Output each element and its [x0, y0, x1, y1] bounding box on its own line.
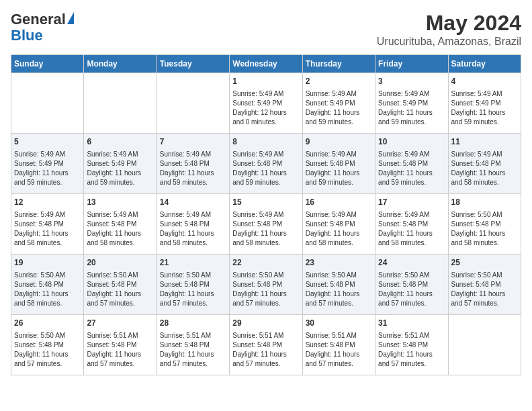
calendar-cell: 16Sunrise: 5:49 AMSunset: 5:48 PMDayligh… — [302, 194, 375, 255]
day-number: 8 — [232, 136, 299, 148]
day-info-line: Sunrise: 5:50 AM — [451, 210, 518, 220]
day-info-line: Sunrise: 5:50 AM — [451, 271, 518, 280]
day-info-line: Sunset: 5:48 PM — [160, 159, 226, 169]
day-info-line: Sunset: 5:48 PM — [232, 159, 299, 169]
day-info-line: Sunset: 5:48 PM — [14, 220, 81, 229]
calendar-cell: 21Sunrise: 5:50 AMSunset: 5:48 PMDayligh… — [157, 255, 229, 315]
day-info-line: Sunrise: 5:50 AM — [14, 331, 81, 340]
calendar-cell: 6Sunrise: 5:49 AMSunset: 5:49 PMDaylight… — [84, 134, 157, 194]
day-info-line: Sunset: 5:48 PM — [87, 280, 153, 289]
calendar-cell: 15Sunrise: 5:49 AMSunset: 5:48 PMDayligh… — [230, 194, 302, 255]
day-number: 27 — [87, 318, 153, 329]
day-number: 2 — [306, 76, 372, 87]
day-info-line: Daylight: 11 hours and 58 minutes. — [451, 169, 518, 187]
day-info-line: Daylight: 11 hours and 58 minutes. — [14, 229, 81, 248]
day-info-line: Daylight: 11 hours and 57 minutes. — [378, 350, 445, 369]
calendar-week-row: 19Sunrise: 5:50 AMSunset: 5:48 PMDayligh… — [11, 255, 521, 315]
day-number: 28 — [160, 318, 226, 329]
day-info-line: Daylight: 11 hours and 59 minutes. — [451, 108, 518, 127]
day-number: 6 — [87, 136, 153, 148]
calendar-cell: 23Sunrise: 5:50 AMSunset: 5:48 PMDayligh… — [302, 255, 375, 315]
day-info-line: Sunset: 5:48 PM — [378, 280, 445, 289]
day-number: 31 — [378, 318, 445, 329]
day-info-line: Sunset: 5:48 PM — [378, 340, 445, 350]
day-info-line: Sunset: 5:48 PM — [451, 220, 518, 229]
day-info-line: Daylight: 11 hours and 57 minutes. — [232, 289, 299, 308]
day-info-line: Daylight: 11 hours and 59 minutes. — [87, 169, 153, 187]
day-info-line: Sunrise: 5:49 AM — [378, 150, 445, 159]
day-info-line: Daylight: 11 hours and 57 minutes. — [306, 350, 372, 369]
logo-blue: Blue — [11, 27, 43, 44]
day-info-line: Sunrise: 5:49 AM — [14, 150, 81, 159]
day-number: 10 — [378, 136, 445, 148]
calendar-cell: 3Sunrise: 5:49 AMSunset: 5:49 PMDaylight… — [375, 73, 448, 134]
calendar-header-cell: Thursday — [302, 55, 375, 73]
day-info-line: Sunrise: 5:49 AM — [378, 89, 445, 99]
day-info-line: Daylight: 11 hours and 59 minutes. — [306, 169, 372, 187]
calendar-header-cell: Friday — [375, 55, 448, 73]
day-info-line: Sunset: 5:49 PM — [232, 99, 299, 108]
calendar-cell: 24Sunrise: 5:50 AMSunset: 5:48 PMDayligh… — [375, 255, 448, 315]
calendar-cell: 13Sunrise: 5:49 AMSunset: 5:48 PMDayligh… — [84, 194, 157, 255]
day-number: 5 — [14, 136, 81, 148]
day-info-line: Daylight: 11 hours and 57 minutes. — [87, 289, 153, 308]
day-info-line: Sunrise: 5:49 AM — [87, 150, 153, 159]
day-info-line: Sunrise: 5:50 AM — [378, 271, 445, 280]
calendar-cell: 30Sunrise: 5:51 AMSunset: 5:48 PMDayligh… — [302, 315, 375, 375]
day-info-line: Sunrise: 5:49 AM — [451, 89, 518, 99]
page-title: May 2024 — [377, 11, 521, 36]
day-info-line: Sunrise: 5:50 AM — [160, 271, 226, 280]
calendar-table: SundayMondayTuesdayWednesdayThursdayFrid… — [11, 54, 521, 375]
calendar-cell: 10Sunrise: 5:49 AMSunset: 5:48 PMDayligh… — [375, 134, 448, 194]
day-info-line: Sunset: 5:48 PM — [232, 280, 299, 289]
day-info-line: Sunset: 5:48 PM — [306, 280, 372, 289]
day-info-line: Sunset: 5:48 PM — [160, 280, 226, 289]
calendar-cell: 27Sunrise: 5:51 AMSunset: 5:48 PMDayligh… — [84, 315, 157, 375]
title-section: May 2024 Urucurituba, Amazonas, Brazil — [377, 11, 521, 48]
day-info-line: Daylight: 11 hours and 58 minutes. — [14, 289, 81, 308]
day-info-line: Sunrise: 5:49 AM — [160, 210, 226, 220]
calendar-cell: 20Sunrise: 5:50 AMSunset: 5:48 PMDayligh… — [84, 255, 157, 315]
day-info-line: Sunset: 5:48 PM — [232, 220, 299, 229]
day-info-line: Sunset: 5:48 PM — [451, 159, 518, 169]
calendar-cell — [84, 73, 157, 134]
calendar-header-row: SundayMondayTuesdayWednesdayThursdayFrid… — [11, 55, 521, 73]
day-number: 12 — [14, 197, 81, 208]
calendar-cell: 28Sunrise: 5:51 AMSunset: 5:48 PMDayligh… — [157, 315, 229, 375]
calendar-week-row: 26Sunrise: 5:50 AMSunset: 5:48 PMDayligh… — [11, 315, 521, 375]
calendar-cell: 18Sunrise: 5:50 AMSunset: 5:48 PMDayligh… — [448, 194, 521, 255]
day-number: 24 — [378, 257, 445, 269]
day-info-line: Daylight: 11 hours and 59 minutes. — [306, 108, 372, 127]
day-info-line: Daylight: 11 hours and 58 minutes. — [160, 229, 226, 248]
day-info-line: Daylight: 11 hours and 59 minutes. — [232, 169, 299, 187]
day-info-line: Sunrise: 5:50 AM — [306, 271, 372, 280]
day-info-line: Sunset: 5:48 PM — [87, 220, 153, 229]
day-info-line: Daylight: 11 hours and 57 minutes. — [306, 289, 372, 308]
calendar-week-row: 1Sunrise: 5:49 AMSunset: 5:49 PMDaylight… — [11, 73, 521, 134]
logo-general: General — [11, 11, 66, 28]
day-info-line: Daylight: 11 hours and 57 minutes. — [232, 350, 299, 369]
day-number: 9 — [306, 136, 372, 148]
calendar-cell: 7Sunrise: 5:49 AMSunset: 5:48 PMDaylight… — [157, 134, 229, 194]
calendar-cell: 29Sunrise: 5:51 AMSunset: 5:48 PMDayligh… — [230, 315, 302, 375]
day-info-line: Daylight: 11 hours and 58 minutes. — [232, 229, 299, 248]
day-info-line: Daylight: 11 hours and 57 minutes. — [160, 289, 226, 308]
day-info-line: Sunrise: 5:49 AM — [378, 210, 445, 220]
day-info-line: Sunset: 5:49 PM — [306, 99, 372, 108]
day-info-line: Sunset: 5:48 PM — [306, 159, 372, 169]
day-number: 3 — [378, 76, 445, 87]
day-number: 13 — [87, 197, 153, 208]
day-info-line: Daylight: 11 hours and 58 minutes. — [306, 229, 372, 248]
day-number: 29 — [232, 318, 299, 329]
day-number: 30 — [306, 318, 372, 329]
day-info-line: Sunset: 5:48 PM — [451, 280, 518, 289]
day-info-line: Sunset: 5:48 PM — [378, 159, 445, 169]
day-info-line: Sunrise: 5:50 AM — [232, 271, 299, 280]
calendar-cell: 14Sunrise: 5:49 AMSunset: 5:48 PMDayligh… — [157, 194, 229, 255]
day-info-line: Sunset: 5:48 PM — [378, 220, 445, 229]
calendar-cell: 31Sunrise: 5:51 AMSunset: 5:48 PMDayligh… — [375, 315, 448, 375]
day-info-line: Sunrise: 5:49 AM — [451, 150, 518, 159]
calendar-cell: 26Sunrise: 5:50 AMSunset: 5:48 PMDayligh… — [11, 315, 84, 375]
day-info-line: Daylight: 12 hours and 0 minutes. — [232, 108, 299, 127]
day-info-line: Sunrise: 5:51 AM — [160, 331, 226, 340]
